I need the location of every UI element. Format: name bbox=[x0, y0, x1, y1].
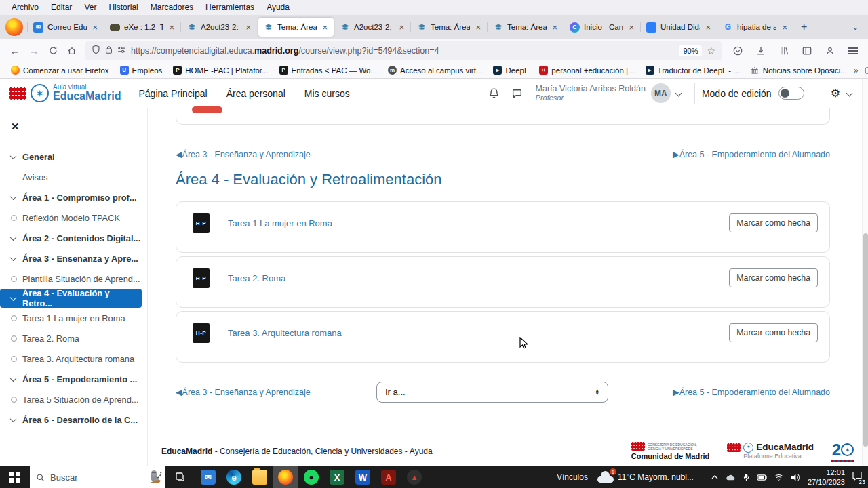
browser-tab[interactable]: ✉ Correo EducaM × bbox=[28, 18, 104, 37]
drawer-item[interactable]: Plantilla Situación de Aprend... bbox=[0, 268, 147, 289]
onedrive-icon[interactable] bbox=[726, 474, 736, 481]
activity-link[interactable]: Tarea 1 La mujer en Roma bbox=[228, 218, 332, 228]
nav-area-personal[interactable]: Área personal bbox=[226, 88, 285, 99]
list-all-tabs-button[interactable]: ⌄ bbox=[847, 23, 864, 32]
drawer-section-area3[interactable]: Área 3 - Enseñanza y Apre... bbox=[0, 248, 147, 268]
bookmark-item[interactable]: PHOME -PAC | Platafor... bbox=[169, 64, 272, 76]
mail-app-icon[interactable]: ✉ bbox=[195, 466, 221, 488]
tab-close-icon[interactable]: × bbox=[91, 22, 99, 33]
bookmarks-overflow-chevron[interactable]: » bbox=[854, 66, 859, 75]
menu-hamburger-icon[interactable] bbox=[844, 42, 863, 60]
reload-button[interactable] bbox=[43, 42, 62, 60]
drawer-item[interactable]: Tarea 1 La mujer en Roma bbox=[0, 308, 147, 328]
nav-mis-cursos[interactable]: Mis cursos bbox=[304, 88, 350, 99]
messages-icon[interactable] bbox=[509, 85, 526, 102]
vlc-app-icon[interactable]: ▲ bbox=[401, 466, 427, 488]
permissions-icon[interactable] bbox=[117, 46, 126, 56]
browser-tab[interactable]: A2oct23-2: Entr × bbox=[335, 18, 410, 37]
drawer-section-area6[interactable]: Área 6 - Desarrollo de la C... bbox=[0, 409, 147, 430]
tab-close-icon[interactable]: × bbox=[627, 22, 635, 33]
tray-expand-chevron[interactable] bbox=[711, 474, 718, 480]
tracking-protection-shield-icon[interactable] bbox=[92, 45, 100, 56]
weather-widget[interactable]: 1 11°C Mayorm. nubl... bbox=[597, 472, 694, 483]
tab-close-icon[interactable]: × bbox=[321, 22, 329, 33]
browser-tab[interactable]: A2oct23-2: Tare × bbox=[182, 18, 257, 37]
home-button[interactable] bbox=[62, 42, 81, 60]
browser-tab[interactable]: C Inicio - Canva × bbox=[565, 18, 640, 37]
activity-link[interactable]: Tarea 3. Arquitectura romana bbox=[228, 328, 342, 338]
menu-marcadores[interactable]: Marcadores bbox=[144, 1, 199, 14]
adobe-app-icon[interactable]: A bbox=[376, 466, 401, 488]
bookmark-item[interactable]: UEmpleos bbox=[116, 64, 167, 76]
sidebar-toggle-icon[interactable] bbox=[797, 42, 816, 60]
bookmark-item[interactable]: Comenzar a usar Firefox bbox=[7, 64, 113, 76]
drawer-section-area5[interactable]: Área 5 - Empoderamiento ... bbox=[0, 369, 147, 389]
edge-app-icon[interactable]: e bbox=[221, 466, 247, 488]
menu-ayuda[interactable]: Ayuda bbox=[260, 1, 296, 14]
drawer-item-avisos[interactable]: Avisos bbox=[0, 167, 147, 187]
account-icon[interactable] bbox=[821, 42, 840, 60]
browser-tab[interactable]: Tema: Área 4 - × bbox=[488, 18, 564, 37]
prev-section-link[interactable]: ◀Área 3 - Enseñanza y Aprendizaje bbox=[176, 149, 311, 159]
scrollbar-thumb[interactable] bbox=[863, 233, 868, 447]
back-button[interactable]: ← bbox=[5, 42, 24, 60]
new-tab-button[interactable]: + bbox=[795, 21, 813, 33]
bookmark-item[interactable]: Noticias sobre Oposici... bbox=[747, 64, 851, 76]
browser-tab[interactable]: Unidad Didácti × bbox=[642, 18, 717, 37]
forward-button[interactable]: → bbox=[24, 42, 43, 60]
mark-done-button[interactable]: Marcar como hecha bbox=[729, 268, 818, 287]
bookmark-item[interactable]: PEntradas < PAC — Wo... bbox=[275, 64, 381, 76]
pocket-icon[interactable] bbox=[728, 42, 747, 60]
action-center-icon[interactable]: 23 bbox=[852, 471, 863, 483]
drawer-section-area2[interactable]: Área 2 - Contenidos Digital... bbox=[0, 228, 147, 248]
avatar[interactable]: MA bbox=[651, 83, 671, 103]
downloads-icon[interactable] bbox=[751, 42, 770, 60]
settings-chevron-icon[interactable] bbox=[846, 90, 853, 97]
jump-to-select[interactable]: Ir a... ▲▼ bbox=[376, 382, 608, 403]
menu-archivo[interactable]: Archivo bbox=[5, 1, 45, 14]
wifi-icon[interactable] bbox=[774, 474, 783, 481]
drawer-item[interactable]: Tarea 2. Roma bbox=[0, 328, 147, 348]
menu-ver[interactable]: Ver bbox=[78, 1, 102, 14]
drawer-item[interactable]: Reflexión Modelo TPACK bbox=[0, 207, 147, 228]
lock-icon[interactable] bbox=[105, 45, 113, 56]
browser-tab-active[interactable]: Tema: Área 4 - × bbox=[258, 18, 334, 37]
tab-close-icon[interactable]: × bbox=[167, 22, 176, 33]
other-bookmarks-folder[interactable]: Otros marcadores bbox=[861, 65, 868, 76]
tab-close-icon[interactable]: × bbox=[704, 22, 712, 33]
drawer-item[interactable]: Tarea 3. Arquitectura romana bbox=[0, 348, 147, 369]
drawer-item[interactable]: Tarea 5 Situación de Aprend... bbox=[0, 389, 147, 409]
menu-editar[interactable]: Editar bbox=[45, 1, 78, 14]
tab-close-icon[interactable]: × bbox=[781, 22, 789, 33]
drawer-section-area1[interactable]: Área 1 - Compromiso prof... bbox=[0, 187, 147, 207]
browser-tab[interactable]: eXe : 1.2- Texto × bbox=[105, 18, 180, 37]
battery-icon[interactable] bbox=[757, 474, 767, 481]
bookmark-item[interactable]: ∷personal +educación |... bbox=[535, 64, 638, 76]
browser-tab[interactable]: G hipatia de aleja × bbox=[718, 18, 793, 37]
bookmark-item[interactable]: mAcceso al campus virt... bbox=[384, 64, 486, 76]
menu-historial[interactable]: Historial bbox=[102, 1, 144, 14]
task-view-button[interactable] bbox=[165, 466, 195, 488]
mark-done-button[interactable]: Marcar como hecha bbox=[729, 323, 818, 342]
file-explorer-icon[interactable] bbox=[247, 466, 273, 488]
firefox-view-button[interactable] bbox=[5, 18, 23, 36]
drawer-close-icon[interactable]: ✕ bbox=[0, 118, 20, 133]
user-menu-chevron-icon[interactable] bbox=[675, 90, 682, 97]
tab-close-icon[interactable]: × bbox=[551, 22, 559, 33]
notifications-bell-icon[interactable] bbox=[486, 85, 503, 102]
excel-app-icon[interactable]: X bbox=[324, 466, 350, 488]
bookmark-star-icon[interactable]: ☆ bbox=[707, 45, 715, 56]
tab-close-icon[interactable]: × bbox=[397, 22, 406, 33]
tab-close-icon[interactable]: × bbox=[474, 22, 482, 33]
library-icon[interactable] bbox=[774, 42, 793, 60]
page-scrollbar[interactable] bbox=[862, 79, 868, 466]
edit-mode-toggle[interactable] bbox=[778, 87, 804, 100]
zoom-level-badge[interactable]: 90% bbox=[679, 45, 702, 56]
taskbar-search[interactable]: Buscar bbox=[30, 466, 165, 488]
mark-done-button[interactable]: Marcar como hecha bbox=[729, 214, 818, 232]
help-link[interactable]: Ayuda bbox=[410, 447, 433, 456]
bookmark-item[interactable]: ▸DeepL bbox=[489, 64, 532, 76]
tab-close-icon[interactable]: × bbox=[244, 22, 252, 33]
start-button[interactable] bbox=[0, 466, 30, 488]
menu-herramientas[interactable]: Herramientas bbox=[199, 1, 260, 14]
